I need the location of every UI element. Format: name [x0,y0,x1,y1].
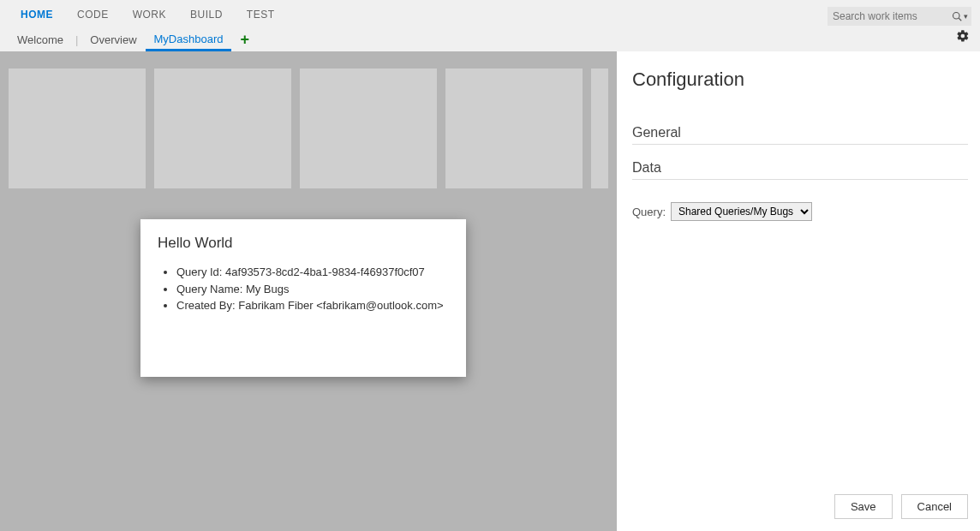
nav-home[interactable]: HOME [9,5,65,24]
tab-mydashboard[interactable]: MyDashboard [146,27,232,51]
svg-line-1 [959,18,961,21]
search-button[interactable]: ▾ [947,7,971,26]
section-general[interactable]: General [632,125,968,145]
query-label: Query: [632,206,666,218]
gear-icon [956,29,970,43]
search-icon [952,11,962,21]
nav-build[interactable]: BUILD [178,5,235,24]
nav-test[interactable]: TEST [235,5,287,24]
svg-point-0 [953,13,959,20]
dashboard-tile[interactable] [445,69,583,188]
tab-welcome[interactable]: Welcome [9,28,72,51]
chevron-down-icon: ▾ [964,12,968,21]
nav-work[interactable]: WORK [121,5,178,24]
tab-divider: | [72,33,81,46]
panel-footer: Save Cancel [834,494,968,519]
widget-detail-list: Query Id: 4af93573-8cd2-4ba1-9834-f46937… [158,264,449,314]
tab-overview[interactable]: Overview [81,28,145,51]
widget-title: Hello World [158,235,449,252]
settings-button[interactable] [956,29,970,45]
query-field-row: Query: Shared Queries/My Bugs [632,202,968,221]
nav-code[interactable]: CODE [65,5,121,24]
save-button[interactable]: Save [834,494,893,519]
dashboard-tile[interactable] [300,69,437,188]
config-title: Configuration [632,69,968,91]
secondary-nav: Welcome | Overview MyDashboard + [0,24,980,51]
cancel-button[interactable]: Cancel [901,494,968,519]
content-area: Hello World Query Id: 4af93573-8cd2-4ba1… [0,51,980,531]
top-bar: HOME CODE WORK BUILD TEST ▾ Welcome | Ov… [0,0,980,51]
dashboard-tile[interactable] [591,69,608,188]
dashboard-canvas: Hello World Query Id: 4af93573-8cd2-4ba1… [0,51,617,531]
search-area: ▾ [828,7,971,26]
widget-line-query-id: Query Id: 4af93573-8cd2-4ba1-9834-f46937… [176,264,449,281]
section-data[interactable]: Data [632,160,968,180]
add-tab-button[interactable]: + [231,29,258,51]
dashboard-tile[interactable] [154,69,291,188]
config-panel: Configuration General Data Query: Shared… [617,51,980,531]
query-select[interactable]: Shared Queries/My Bugs [671,202,812,221]
widget-popup: Hello World Query Id: 4af93573-8cd2-4ba1… [140,219,466,377]
dashboard-tile[interactable] [9,69,146,188]
widget-line-created-by: Created By: Fabrikam Fiber <fabrikam@out… [176,297,449,314]
widget-line-query-name: Query Name: My Bugs [176,281,449,298]
search-input[interactable] [828,7,947,26]
